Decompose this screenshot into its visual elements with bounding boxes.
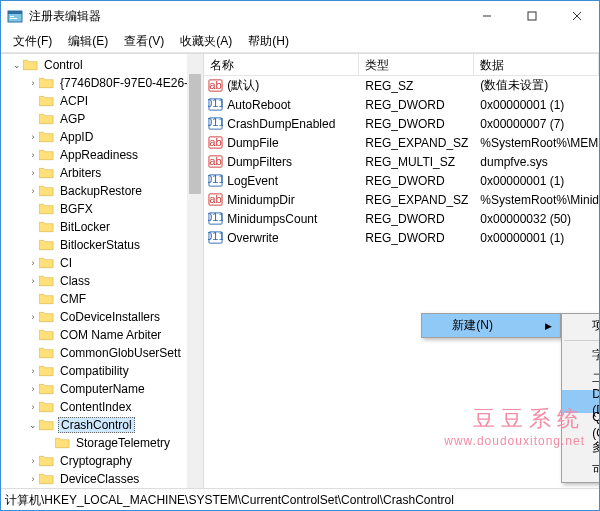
- string-value-icon: ab: [208, 135, 223, 150]
- menu-edit[interactable]: 编辑(E): [60, 31, 116, 52]
- menu-view[interactable]: 查看(V): [116, 31, 172, 52]
- tree-item[interactable]: COM Name Arbiter: [1, 326, 203, 344]
- tree-item[interactable]: BGFX: [1, 200, 203, 218]
- tree-twisty-icon[interactable]: ›: [27, 150, 39, 160]
- tree-item[interactable]: ⌄Control: [1, 56, 203, 74]
- value-name-cell: abMinidumpDir: [204, 192, 359, 207]
- svg-text:ab: ab: [210, 79, 223, 91]
- svg-rect-2: [10, 16, 14, 17]
- context-menu-item[interactable]: 项(K): [562, 314, 599, 337]
- tree-item[interactable]: CMF: [1, 290, 203, 308]
- menu-help[interactable]: 帮助(H): [240, 31, 297, 52]
- value-data-cell: 0x00000007 (7): [474, 117, 599, 131]
- tree-item[interactable]: ›AppID: [1, 128, 203, 146]
- tree-twisty-icon[interactable]: ›: [27, 366, 39, 376]
- list-row[interactable]: abMinidumpDirREG_EXPAND_SZ%SystemRoot%\M…: [204, 190, 599, 209]
- tree-item[interactable]: BitLocker: [1, 218, 203, 236]
- column-header-type[interactable]: 类型: [359, 54, 474, 75]
- context-menu-item-label: 项(K): [592, 317, 599, 334]
- tree-item[interactable]: ›ComputerName: [1, 380, 203, 398]
- tree-item-label: AppID: [58, 130, 95, 144]
- value-name: MinidumpDir: [227, 193, 294, 207]
- column-header-data[interactable]: 数据: [474, 54, 599, 75]
- value-list[interactable]: 名称 类型 数据 ab(默认)REG_SZ(数值未设置)011AutoReboo…: [204, 54, 599, 488]
- context-menu-item[interactable]: 字符串值(S): [562, 344, 599, 367]
- tree-item[interactable]: ›CoDeviceInstallers: [1, 308, 203, 326]
- tree-item[interactable]: StorageTelemetry: [1, 434, 203, 452]
- key-tree[interactable]: ⌄Control›{7746D80F-97E0-4E26-ACPIAGP›App…: [1, 54, 204, 488]
- menu-favorites[interactable]: 收藏夹(A): [172, 31, 240, 52]
- tree-item[interactable]: ›Class: [1, 272, 203, 290]
- tree-item[interactable]: ›DeviceClasses: [1, 470, 203, 488]
- tree-item[interactable]: ›Cryptography: [1, 452, 203, 470]
- tree-item[interactable]: ›Arbiters: [1, 164, 203, 182]
- tree-item[interactable]: CommonGlobUserSett: [1, 344, 203, 362]
- context-menu-new[interactable]: 新建(N) ▶: [422, 314, 560, 337]
- tree-scroll-thumb[interactable]: [189, 74, 201, 194]
- tree-item[interactable]: ›Compatibility: [1, 362, 203, 380]
- list-row[interactable]: 011CrashDumpEnabledREG_DWORD0x00000007 (…: [204, 114, 599, 133]
- tree-item[interactable]: ACPI: [1, 92, 203, 110]
- menu-file[interactable]: 文件(F): [5, 31, 60, 52]
- titlebar[interactable]: 注册表编辑器: [1, 1, 599, 31]
- minimize-button[interactable]: [464, 1, 509, 31]
- svg-rect-5: [528, 12, 536, 20]
- svg-text:011: 011: [208, 173, 223, 185]
- binary-value-icon: 011: [208, 97, 223, 112]
- tree-item[interactable]: ›{7746D80F-97E0-4E26-: [1, 74, 203, 92]
- folder-icon: [23, 59, 38, 71]
- list-row[interactable]: ab(默认)REG_SZ(数值未设置): [204, 76, 599, 95]
- tree-twisty-icon[interactable]: ›: [27, 474, 39, 484]
- tree-item-label: CommonGlobUserSett: [58, 346, 183, 360]
- maximize-icon: [527, 11, 537, 21]
- tree-twisty-icon[interactable]: ›: [27, 78, 39, 88]
- value-data-cell: 0x00000001 (1): [474, 98, 599, 112]
- tree-twisty-icon[interactable]: ›: [27, 168, 39, 178]
- value-name: Overwrite: [227, 231, 278, 245]
- maximize-button[interactable]: [509, 1, 554, 31]
- tree-twisty-icon[interactable]: ›: [27, 456, 39, 466]
- context-menu-item[interactable]: QWORD (64 位)值(Q): [562, 413, 599, 436]
- tree-twisty-icon[interactable]: ⌄: [27, 420, 39, 430]
- tree-twisty-icon[interactable]: ›: [27, 276, 39, 286]
- context-menu-item[interactable]: 可扩充字符串值(E): [562, 459, 599, 482]
- tree-item[interactable]: ›ContentIndex: [1, 398, 203, 416]
- context-menu-separator: [564, 340, 599, 341]
- tree-item-label: Arbiters: [58, 166, 103, 180]
- content-area: ⌄Control›{7746D80F-97E0-4E26-ACPIAGP›App…: [1, 53, 599, 488]
- tree-twisty-icon[interactable]: ›: [27, 186, 39, 196]
- tree-item[interactable]: ›AppReadiness: [1, 146, 203, 164]
- column-header-name[interactable]: 名称: [204, 54, 359, 75]
- binary-value-icon: 011: [208, 211, 223, 226]
- tree-item[interactable]: ›CI: [1, 254, 203, 272]
- tree-twisty-icon[interactable]: ›: [27, 384, 39, 394]
- list-row[interactable]: 011MinidumpsCountREG_DWORD0x00000032 (50…: [204, 209, 599, 228]
- minimize-icon: [482, 11, 492, 21]
- close-button[interactable]: [554, 1, 599, 31]
- regedit-app-icon: [7, 8, 23, 24]
- folder-icon: [55, 437, 70, 449]
- list-row[interactable]: abDumpFileREG_EXPAND_SZ%SystemRoot%\MEM: [204, 133, 599, 152]
- svg-text:ab: ab: [210, 136, 223, 148]
- tree-twisty-icon[interactable]: ›: [27, 258, 39, 268]
- tree-twisty-icon[interactable]: ›: [27, 132, 39, 142]
- tree-twisty-icon[interactable]: ›: [27, 402, 39, 412]
- folder-icon: [39, 455, 54, 467]
- tree-twisty-icon[interactable]: ›: [27, 312, 39, 322]
- context-menu-item[interactable]: 多字符串值(M): [562, 436, 599, 459]
- tree-scrollbar[interactable]: [187, 54, 203, 488]
- list-row[interactable]: 011AutoRebootREG_DWORD0x00000001 (1): [204, 95, 599, 114]
- tree-item[interactable]: ›BackupRestore: [1, 182, 203, 200]
- binary-value-icon: 011: [208, 116, 223, 131]
- tree-item[interactable]: ⌄CrashControl: [1, 416, 203, 434]
- tree-item[interactable]: BitlockerStatus: [1, 236, 203, 254]
- list-row[interactable]: 011LogEventREG_DWORD0x00000001 (1): [204, 171, 599, 190]
- tree-item-label: DeviceClasses: [58, 472, 141, 486]
- folder-icon: [39, 167, 54, 179]
- list-row[interactable]: abDumpFiltersREG_MULTI_SZdumpfve.sys: [204, 152, 599, 171]
- svg-rect-1: [8, 11, 22, 14]
- list-row[interactable]: 011OverwriteREG_DWORD0x00000001 (1): [204, 228, 599, 247]
- tree-item[interactable]: AGP: [1, 110, 203, 128]
- string-value-icon: ab: [208, 78, 223, 93]
- tree-twisty-icon[interactable]: ⌄: [11, 60, 23, 70]
